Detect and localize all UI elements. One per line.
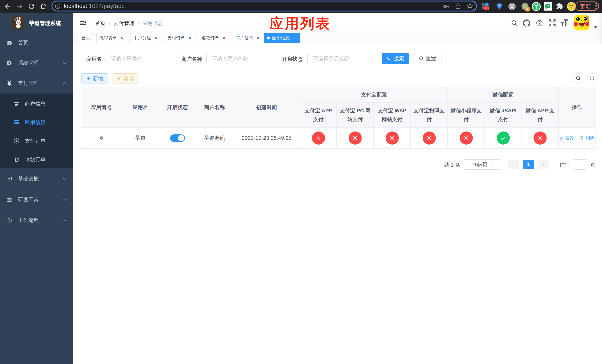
svg-text:10: 10 xyxy=(485,6,489,10)
svg-text:1: 1 xyxy=(527,7,528,11)
